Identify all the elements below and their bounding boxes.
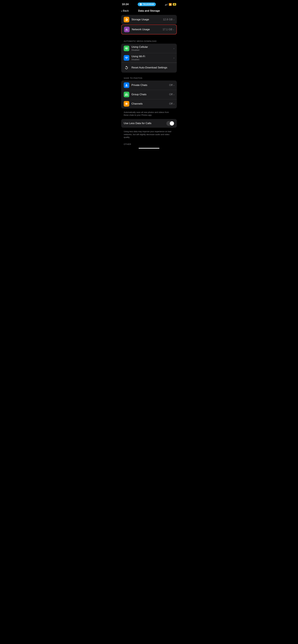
battery-level: 39	[174, 4, 176, 5]
auto-media-card: Using Cellular Disabled › Using Wi-Fi Di…	[121, 44, 177, 72]
toggle-thumb	[170, 121, 174, 126]
group-chats-chevron-icon: ›	[174, 93, 174, 96]
use-less-data-section: Use Less Data for Calls Using less data …	[121, 119, 177, 141]
reset-auto-download-item[interactable]: Reset Auto-Download Settings	[121, 62, 177, 72]
network-usage-value-group: 17.1 GB ›	[163, 28, 174, 31]
channels-label: Channels	[132, 102, 143, 105]
group-chats-content: Group Chats	[132, 93, 169, 96]
channels-value: Off	[169, 102, 172, 105]
network-usage-card: Network Usage 17.1 GB ›	[121, 24, 177, 34]
person-icon	[124, 82, 129, 88]
private-chats-chevron-icon: ›	[174, 84, 174, 86]
group-chats-value: Off	[169, 93, 172, 96]
channels-item[interactable]: Channels Off ›	[121, 99, 177, 108]
signal-bars-icon	[165, 3, 168, 6]
cellular-chevron-icon: ›	[174, 47, 174, 50]
storage-usage-value: 12.8 GB	[163, 18, 172, 21]
storage-usage-chevron-icon: ›	[174, 18, 174, 21]
home-indicator	[138, 148, 160, 149]
use-less-data-label: Use Less Data for Calls	[124, 122, 152, 125]
wifi-status-icon: 📶	[169, 3, 172, 6]
using-cellular-item[interactable]: Using Cellular Disabled ›	[121, 44, 177, 53]
cellular-subtitle: Disabled	[132, 49, 174, 51]
wifi-setting-icon	[124, 55, 129, 61]
private-chats-content: Private Chats	[132, 84, 169, 87]
auto-media-header: AUTOMATIC MEDIA DOWNLOAD	[121, 37, 177, 44]
telegram-label: TELEGRAM	[143, 3, 154, 6]
back-label: Back	[123, 9, 129, 12]
channel-icon	[124, 101, 129, 106]
telegram-logo-icon	[140, 3, 142, 6]
use-less-data-item: Use Less Data for Calls	[121, 119, 177, 128]
usage-section: Storage Usage 12.8 GB › Network Usage	[121, 15, 177, 34]
private-chats-item[interactable]: Private Chats Off ›	[121, 80, 177, 90]
network-usage-item[interactable]: Network Usage 17.1 GB ›	[122, 25, 176, 34]
status-bar: 10:24 TELEGRAM 📶 39	[119, 0, 179, 8]
channels-content: Channels	[132, 102, 169, 105]
back-button[interactable]: ‹ Back	[121, 9, 129, 13]
cellular-icon	[124, 46, 129, 51]
save-to-photos-footer: Automatically save all new photos and vi…	[121, 110, 177, 119]
storage-usage-content: Storage Usage	[132, 18, 163, 21]
use-less-data-card: Use Less Data for Calls	[121, 119, 177, 128]
wifi-content: Using Wi-Fi Disabled	[132, 55, 174, 61]
wifi-chevron-icon: ›	[174, 56, 174, 59]
channels-value-group: Off ›	[169, 102, 174, 105]
group-chats-value-group: Off ›	[169, 93, 174, 96]
status-time: 10:24	[122, 3, 128, 6]
group-chats-label: Group Chats	[132, 93, 146, 96]
auto-media-section: AUTOMATIC MEDIA DOWNLOAD Using Cellular …	[121, 37, 177, 72]
storage-usage-value-group: 12.8 GB ›	[163, 18, 174, 21]
main-content: Storage Usage 12.8 GB › Network Usage	[119, 15, 179, 146]
use-less-data-content: Use Less Data for Calls	[124, 122, 166, 125]
storage-usage-card: Storage Usage 12.8 GB ›	[121, 15, 177, 24]
use-less-data-toggle[interactable]	[166, 121, 174, 126]
private-chats-value: Off	[169, 84, 172, 87]
use-less-data-footer: Using less data may improve your experie…	[121, 129, 177, 141]
cellular-content: Using Cellular Disabled	[132, 46, 174, 51]
save-to-photos-card: Private Chats Off › Group Chats	[121, 80, 177, 108]
other-section-header: OTHER	[121, 141, 177, 146]
page-title: Data and Storage	[138, 9, 160, 12]
private-chats-value-group: Off ›	[169, 84, 174, 87]
group-icon	[124, 92, 129, 97]
reset-icon	[124, 65, 129, 70]
network-usage-label: Network Usage	[132, 28, 150, 31]
telegram-badge: TELEGRAM	[138, 2, 156, 6]
back-chevron-icon: ‹	[121, 9, 122, 13]
storage-usage-item[interactable]: Storage Usage 12.8 GB ›	[121, 15, 177, 24]
storage-icon	[124, 17, 129, 22]
wifi-subtitle: Disabled	[132, 58, 174, 61]
battery-icon: 39	[173, 3, 176, 6]
save-to-photos-header: SAVE TO PHOTOS	[121, 74, 177, 80]
channels-chevron-icon: ›	[174, 102, 174, 105]
reset-label: Reset Auto-Download Settings	[132, 66, 167, 69]
nav-header: ‹ Back Data and Storage	[119, 8, 179, 15]
storage-usage-label: Storage Usage	[132, 18, 149, 21]
network-usage-chevron-icon: ›	[173, 28, 174, 31]
network-icon	[124, 27, 130, 32]
status-right: 📶 39	[165, 3, 176, 6]
network-usage-content: Network Usage	[132, 28, 163, 31]
status-center: TELEGRAM	[138, 2, 156, 6]
save-to-photos-section: SAVE TO PHOTOS Private Chats Off ›	[121, 74, 177, 119]
using-wifi-item[interactable]: Using Wi-Fi Disabled ›	[121, 53, 177, 62]
network-usage-value: 17.1 GB	[163, 28, 172, 31]
home-indicator-area	[119, 146, 179, 151]
cellular-label: Using Cellular	[132, 46, 174, 48]
private-chats-label: Private Chats	[132, 84, 147, 86]
wifi-label: Using Wi-Fi	[132, 55, 174, 58]
group-chats-item[interactable]: Group Chats Off ›	[121, 90, 177, 99]
